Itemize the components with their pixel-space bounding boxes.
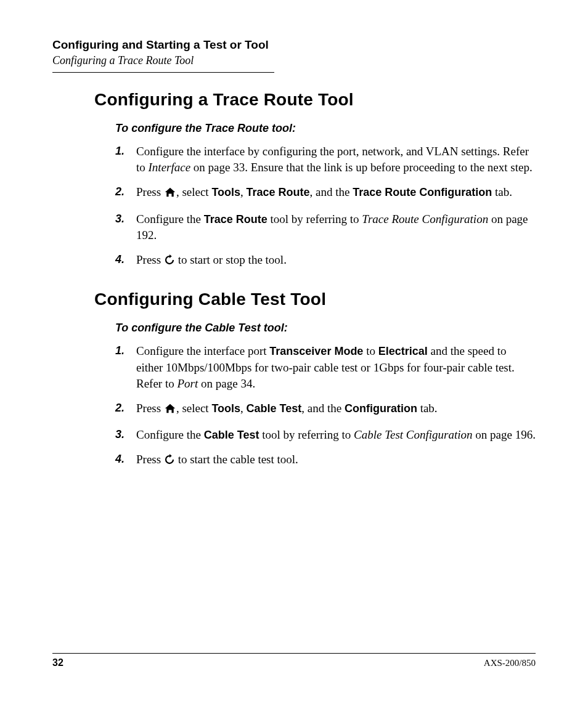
list-item: 3. Configure the Trace Route tool by ref… bbox=[115, 211, 536, 243]
tool-trace-route: Trace Route bbox=[204, 213, 267, 225]
page: Configuring and Starting a Test or Tool … bbox=[0, 0, 588, 714]
step-text: on page 33. Ensure that the link is up b… bbox=[190, 161, 533, 174]
step-text: tool by referring to bbox=[267, 213, 362, 225]
page-number: 32 bbox=[52, 657, 63, 668]
step-text: on page 34. bbox=[198, 377, 255, 390]
section-heading-cable-test: Configuring Cable Test Tool bbox=[94, 290, 536, 309]
tab-trace-route-config: Trace Route Configuration bbox=[353, 186, 492, 198]
list-item: 1. Configure the interface by configurin… bbox=[115, 144, 536, 176]
steps-cable-test: 1. Configure the interface port Transcei… bbox=[115, 343, 536, 469]
step-text: , and the bbox=[310, 185, 353, 198]
ref-interface: Interface bbox=[149, 161, 191, 174]
intro-trace-route: To configure the Trace Route tool: bbox=[115, 122, 536, 135]
list-item: 4. Press to start or stop the tool. bbox=[115, 252, 536, 270]
list-item: 4. Press to start the cable test tool. bbox=[115, 452, 536, 469]
step-text: , and the bbox=[301, 402, 345, 415]
chapter-title: Configuring and Starting a Test or Tool bbox=[52, 38, 536, 52]
step-text: Press bbox=[136, 402, 164, 415]
list-item: 3. Configure the Cable Test tool by refe… bbox=[115, 427, 536, 443]
tab-configuration: Configuration bbox=[345, 402, 417, 415]
step-text: Configure the interface port bbox=[136, 344, 269, 357]
step-number: 4. bbox=[115, 452, 125, 467]
field-transceiver-mode: Transceiver Mode bbox=[269, 345, 363, 357]
tool-cable-test: Cable Test bbox=[204, 429, 259, 441]
refresh-icon bbox=[164, 453, 175, 469]
home-icon bbox=[164, 186, 176, 202]
step-text: on page 196. bbox=[473, 428, 536, 441]
step-text: to bbox=[363, 344, 378, 357]
step-text: tool by referring to bbox=[259, 428, 354, 441]
refresh-icon bbox=[164, 254, 175, 270]
step-text: Press bbox=[136, 453, 164, 466]
step-number: 3. bbox=[115, 211, 125, 227]
home-icon bbox=[164, 402, 176, 418]
step-text: Press bbox=[136, 185, 164, 198]
step-text: Press bbox=[136, 253, 164, 266]
ref-cable-test-config: Cable Test Configuration bbox=[354, 428, 473, 441]
step-number: 4. bbox=[115, 252, 125, 267]
ref-port: Port bbox=[177, 377, 198, 390]
step-text: Configure the bbox=[136, 213, 204, 225]
step-text: , bbox=[240, 402, 247, 415]
step-text: , bbox=[240, 185, 247, 198]
menu-trace-route: Trace Route bbox=[247, 186, 310, 198]
list-item: 1. Configure the interface port Transcei… bbox=[115, 343, 536, 392]
step-number: 2. bbox=[115, 184, 125, 200]
step-text: to start the cable test tool. bbox=[175, 453, 298, 466]
step-text: , select bbox=[176, 185, 212, 198]
chapter-subtitle: Configuring a Trace Route Tool bbox=[52, 54, 536, 67]
product-model: AXS-200/850 bbox=[484, 658, 536, 668]
step-number: 2. bbox=[115, 400, 125, 416]
step-number: 1. bbox=[115, 343, 125, 359]
step-text: tab. bbox=[492, 185, 512, 198]
page-footer: 32 AXS-200/850 bbox=[52, 653, 536, 668]
step-text: to start or stop the tool. bbox=[175, 253, 287, 266]
step-text: Configure the bbox=[136, 428, 204, 441]
list-item: 2. Press , select Tools, Trace Route, an… bbox=[115, 184, 536, 202]
menu-tools: Tools bbox=[211, 186, 240, 198]
step-text: , select bbox=[176, 402, 212, 415]
list-item: 2. Press , select Tools, Cable Test, and… bbox=[115, 400, 536, 418]
step-text: tab. bbox=[417, 402, 438, 415]
steps-trace-route: 1. Configure the interface by configurin… bbox=[115, 144, 536, 270]
step-number: 3. bbox=[115, 427, 125, 442]
menu-cable-test: Cable Test bbox=[247, 402, 302, 415]
section-heading-trace-route: Configuring a Trace Route Tool bbox=[94, 90, 536, 110]
intro-cable-test: To configure the Cable Test tool: bbox=[115, 322, 536, 335]
menu-tools: Tools bbox=[211, 402, 240, 415]
step-number: 1. bbox=[115, 144, 125, 159]
ref-trace-route-config: Trace Route Configuration bbox=[362, 213, 488, 225]
value-electrical: Electrical bbox=[378, 345, 428, 357]
header-rule bbox=[52, 72, 274, 73]
